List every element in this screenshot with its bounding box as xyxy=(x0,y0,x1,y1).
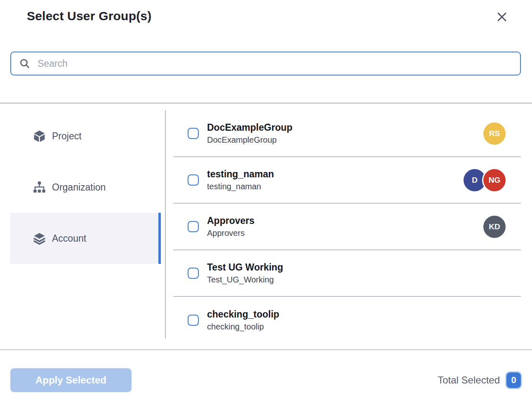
footer-divider xyxy=(0,349,532,350)
group-subtitle: testing_naman xyxy=(207,181,274,192)
avatar: D xyxy=(464,169,486,191)
user-group-row[interactable]: checking_toolipchecking_toolip xyxy=(173,297,521,344)
group-text: DocExampleGroupDocExampleGroup xyxy=(207,122,292,145)
avatar: KD xyxy=(483,216,506,238)
group-subtitle: DocExampleGroup xyxy=(207,134,292,145)
page-title: Select User Group(s) xyxy=(27,9,151,23)
tab-label: Account xyxy=(52,233,86,244)
group-checkbox[interactable] xyxy=(188,315,199,326)
group-checkbox[interactable] xyxy=(188,174,199,186)
group-subtitle: checking_toolip xyxy=(207,321,279,332)
user-group-row[interactable]: testing_namantesting_namanDNG xyxy=(173,157,521,204)
header-divider xyxy=(0,103,532,104)
group-text: testing_namantesting_naman xyxy=(207,168,274,192)
group-title: DocExampleGroup xyxy=(207,122,292,134)
group-subtitle: Approvers xyxy=(207,228,254,238)
search-box xyxy=(10,52,521,75)
user-group-row[interactable]: DocExampleGroupDocExampleGroupRS xyxy=(173,111,521,157)
group-checkbox[interactable] xyxy=(188,221,199,232)
group-title: Test UG Working xyxy=(207,261,283,274)
user-group-row[interactable]: ApproversApproversKD xyxy=(173,204,521,250)
user-group-list: DocExampleGroupDocExampleGroupRStesting_… xyxy=(173,111,521,344)
user-group-row[interactable]: Test UG WorkingTest_UG_Working xyxy=(173,250,521,297)
tab-label: Project xyxy=(52,131,82,142)
group-title: Approvers xyxy=(207,215,254,227)
close-button[interactable] xyxy=(494,9,510,26)
member-avatars: DNG xyxy=(464,169,506,191)
org-chart-icon xyxy=(33,181,46,194)
group-text: checking_toolipchecking_toolip xyxy=(207,308,279,332)
group-checkbox[interactable] xyxy=(188,268,199,279)
group-text: ApproversApprovers xyxy=(207,215,254,238)
group-checkbox[interactable] xyxy=(188,128,199,139)
selected-tab-accent-bar xyxy=(158,213,161,264)
total-selected-count-badge: 0 xyxy=(506,372,521,388)
group-title: testing_naman xyxy=(207,168,274,181)
tab-account[interactable]: Account xyxy=(10,213,161,264)
search-input[interactable] xyxy=(38,58,512,69)
tab-project[interactable]: Project xyxy=(10,111,161,162)
select-user-groups-modal: Select User Group(s) ProjectOrganization… xyxy=(0,0,532,400)
member-avatars: RS xyxy=(483,122,506,145)
vertical-divider xyxy=(165,110,166,338)
cube-icon xyxy=(33,130,46,143)
group-title: checking_toolip xyxy=(207,308,279,321)
avatar: RS xyxy=(483,122,506,145)
total-selected: Total Selected 0 xyxy=(438,368,521,392)
group-subtitle: Test_UG_Working xyxy=(207,274,283,285)
close-icon xyxy=(497,12,507,24)
member-avatars: KD xyxy=(483,216,506,238)
apply-selected-button[interactable]: Apply Selected xyxy=(10,368,132,392)
scope-tabs-sidebar: ProjectOrganizationAccount xyxy=(10,111,161,264)
tab-organization[interactable]: Organization xyxy=(10,162,161,213)
total-selected-label: Total Selected xyxy=(438,374,500,386)
layers-icon xyxy=(33,232,46,245)
search-icon xyxy=(19,58,30,69)
group-text: Test UG WorkingTest_UG_Working xyxy=(207,261,283,285)
avatar: NG xyxy=(483,169,506,191)
tab-label: Organization xyxy=(52,182,106,193)
